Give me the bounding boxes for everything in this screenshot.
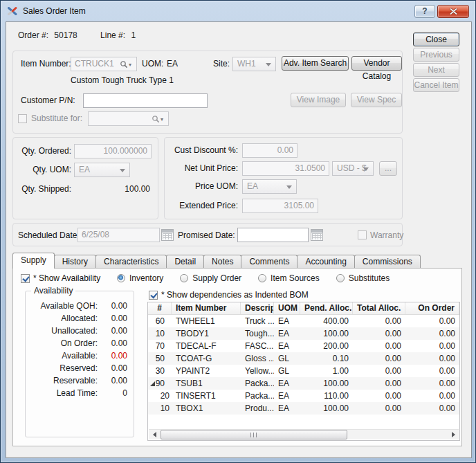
column-header-item-number[interactable]: Item Number — [172, 302, 241, 314]
cell-pend-alloc: 400.00 — [300, 315, 353, 327]
extended-price-input[interactable]: 3105.00 — [242, 199, 318, 213]
table-row-twheel1[interactable]: 60TWHEEL1Truck ...EA400.000.000.00 — [148, 315, 459, 327]
radio-substitutes[interactable]: Substitutes — [336, 271, 390, 285]
availability-row-value: 0.00 — [98, 337, 127, 349]
customer-pn-label: Customer P/N: — [21, 93, 75, 107]
expander-icon[interactable] — [150, 381, 155, 386]
availability-row: Lead Time:0 — [28, 387, 127, 399]
availability-row: On Order:0.00 — [28, 337, 127, 349]
cell-item-number: TBODY1 — [172, 327, 241, 340]
indented-bom-checkbox[interactable] — [149, 291, 158, 300]
column-header-descript[interactable]: Descript — [241, 302, 274, 314]
column-header-on-order[interactable]: On Order — [405, 302, 459, 314]
cancel-item-button[interactable]: Cancel Item — [413, 78, 459, 92]
table-row-tinsert1[interactable]: 20TINSERT1Packa...EA110.000.000.00 — [148, 390, 459, 402]
qty-uom-label: Qty. UOM: — [13, 163, 71, 176]
next-button[interactable]: Next — [413, 63, 459, 77]
view-image-button[interactable]: View Image — [291, 93, 346, 107]
availability-row-value: 0.00 — [98, 312, 127, 325]
show-availability-checkbox[interactable] — [21, 274, 30, 283]
site-select[interactable]: WH1 — [232, 57, 276, 71]
net-unit-price-input[interactable]: 31.0500 — [242, 161, 329, 176]
dates-group: Scheduled Date: 6/25/08 Promised Date: W… — [12, 223, 403, 246]
scheduled-date-label: Scheduled Date: — [18, 228, 80, 242]
table-row-tbox1[interactable]: 10TBOX1Produ...EA100.000.000.00 — [148, 402, 459, 415]
tab-notes[interactable]: Notes — [203, 255, 241, 269]
scrollbar-thumb[interactable] — [161, 430, 347, 439]
substitute-for-input[interactable]: ▾ — [88, 111, 169, 126]
radio-item-sources[interactable]: Item Sources — [258, 271, 320, 285]
titlebar[interactable]: Sales Order Item ? — [1, 1, 475, 21]
cell-total-alloc: 0.00 — [353, 327, 405, 340]
tab-supply[interactable]: Supply — [12, 253, 55, 269]
adv-item-search-button[interactable]: Adv. Item Search — [282, 56, 349, 71]
promised-date-input[interactable] — [237, 228, 309, 242]
radio-inventory[interactable]: Inventory — [117, 271, 163, 285]
vendor-catalog-button[interactable]: Vendor Catalog — [351, 56, 402, 71]
customer-pn-input[interactable] — [83, 93, 208, 108]
availability-row-value: 0.00 — [98, 374, 127, 387]
item-number-input[interactable]: CTRUCK1 ▾ — [71, 57, 137, 71]
window-close-button[interactable] — [437, 5, 469, 18]
substitute-for-checkbox[interactable] — [18, 114, 27, 123]
tab-detail[interactable]: Detail — [166, 255, 204, 269]
table-row-tcoat-g[interactable]: 50TCOAT-GGloss ...GL0.100.000.00 — [148, 352, 459, 365]
order-number-value: 50178 — [54, 30, 77, 40]
triangle-left-icon — [153, 432, 156, 437]
availability-row-value: 0.00 — [98, 362, 127, 374]
cell-on-order: 0.00 — [405, 327, 459, 340]
scheduled-calendar-icon[interactable] — [161, 229, 174, 241]
scheduled-date-input[interactable]: 6/25/08 — [77, 228, 160, 242]
item-search-icon[interactable]: ▾ — [120, 60, 134, 69]
price-uom-select[interactable]: EA — [242, 179, 297, 194]
availability-row-label: Available: — [28, 349, 98, 362]
column-header-pend-alloc[interactable]: Pend. Alloc. — [300, 302, 353, 314]
radio-icon — [258, 274, 266, 282]
promised-date-label: Promised Date: — [178, 228, 235, 242]
dependencies-table: #Item NumberDescriptUOMPend. Alloc.Total… — [147, 302, 460, 441]
price-list-button[interactable]: ... — [379, 161, 397, 176]
tab-commissions[interactable]: Commissions — [354, 255, 421, 269]
qty-uom-select[interactable]: EA — [74, 163, 130, 177]
column-header-total-alloc[interactable]: Total Alloc. — [353, 302, 405, 314]
currency-select[interactable]: USD - $ — [332, 161, 374, 176]
qty-shipped-label: Qty. Shipped: — [13, 182, 71, 196]
availability-row: Unallocated:0.00 — [28, 325, 127, 337]
substitute-for-label: Substitute for: — [31, 111, 82, 125]
view-spec-button[interactable]: View Spec — [351, 93, 402, 107]
action-button-column: Close Previous Next Cancel Item — [413, 33, 459, 92]
tab-accounting[interactable]: Accounting — [297, 255, 354, 269]
cell-seq: 10 — [148, 327, 172, 340]
previous-button[interactable]: Previous — [413, 48, 459, 62]
table-row-ypaint2[interactable]: 30YPAINT2Yellow...GL1.000.000.00 — [148, 365, 459, 377]
table-row-tdecal-f[interactable]: 70TDECAL-FFASC...EA200.000.000.00 — [148, 340, 459, 352]
app-icon — [7, 6, 18, 17]
warranty-checkbox[interactable] — [358, 230, 367, 239]
item-number-value: CTRUCK1 — [75, 59, 114, 69]
cell-pend-alloc: 100.00 — [300, 402, 353, 415]
radio-supply-order[interactable]: Supply Order — [180, 271, 241, 285]
cell-item-number: YPAINT2 — [172, 365, 241, 377]
cust-discount-input[interactable]: 0.00 — [242, 143, 298, 158]
horizontal-scrollbar[interactable] — [149, 429, 459, 439]
cell-on-order: 0.00 — [405, 352, 459, 365]
cell-item-number: TWHEEL1 — [172, 315, 241, 327]
tab-comments[interactable]: Comments — [241, 255, 298, 269]
column-header-uom[interactable]: UOM — [274, 302, 300, 314]
tab-history[interactable]: History — [54, 255, 96, 269]
tab-characteristics[interactable]: Characteristics — [95, 255, 167, 269]
scroll-right-button[interactable] — [448, 430, 459, 439]
close-button[interactable]: Close — [413, 33, 459, 46]
table-row-tbody1[interactable]: 10TBODY1Tough...EA100.000.000.00 — [148, 327, 459, 340]
promised-calendar-icon[interactable] — [311, 229, 323, 241]
help-button[interactable]: ? — [414, 5, 435, 18]
qty-ordered-input[interactable]: 100.000000 — [74, 144, 152, 158]
table-row-tsub1[interactable]: 90TSUB1Packa...EA100.000.000.00 — [148, 377, 459, 390]
column-header-[interactable]: # — [148, 302, 172, 314]
uom-label: UOM: — [142, 57, 163, 71]
cell-uom: EA — [274, 315, 300, 327]
substitute-search-icon[interactable]: ▾ — [152, 114, 165, 124]
net-unit-price-label: Net Unit Price: — [165, 161, 238, 175]
scroll-left-button[interactable] — [149, 430, 160, 439]
cell-description: Packa... — [241, 377, 274, 390]
